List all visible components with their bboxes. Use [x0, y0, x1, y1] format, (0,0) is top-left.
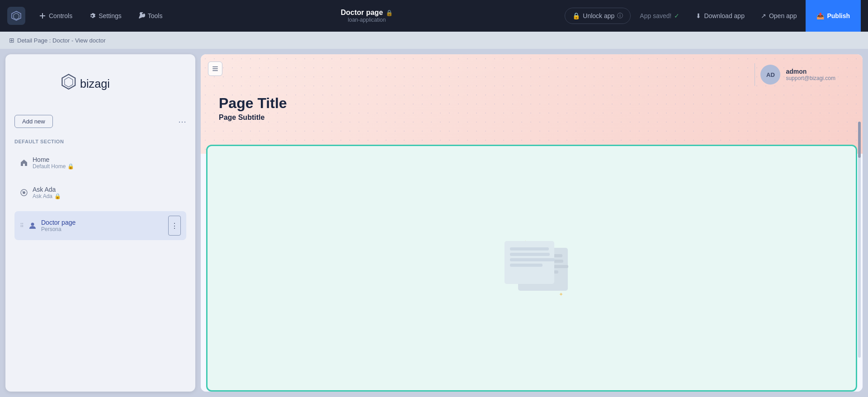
tools-icon: [138, 12, 145, 19]
canvas-page-title-area: Page Title Page Subtitle: [219, 95, 287, 122]
svg-rect-3: [40, 15, 45, 16]
download-icon: ⬇: [696, 12, 701, 19]
navbar-page-subtitle: loan-application: [348, 17, 386, 23]
main-area: bizagi Add new ⋯ DEFAULT SECTION Home De…: [0, 49, 868, 397]
askada-item-name: Ask Ada: [33, 186, 181, 193]
unlock-label: Unlock app: [583, 12, 614, 19]
controls-button[interactable]: Controls: [33, 9, 79, 23]
panel-toggle-icon: [212, 65, 219, 72]
navbar: Controls Settings Tools Doctor page 🔒 lo…: [0, 0, 868, 32]
settings-button[interactable]: Settings: [82, 9, 128, 23]
canvas-scrollbar[interactable]: [858, 122, 861, 358]
navbar-center: Doctor page 🔒 loan-application: [172, 9, 561, 23]
sidebar: bizagi Add new ⋯ DEFAULT SECTION Home De…: [5, 54, 195, 392]
ada-icon: [20, 189, 28, 197]
open-label: Open app: [769, 12, 797, 19]
more-options-button[interactable]: ⋯: [178, 117, 186, 127]
sidebar-item-home[interactable]: Home Default Home 🔒: [14, 151, 186, 174]
divider: [755, 63, 755, 86]
user-email: support@bizagi.com: [786, 75, 835, 81]
svg-marker-0: [12, 11, 21, 20]
user-avatar: AD: [760, 65, 780, 85]
svg-point-10: [31, 223, 34, 226]
add-new-button[interactable]: Add new: [14, 115, 53, 128]
lock-icon: 🔒: [386, 9, 393, 16]
lock-icon-unlock: 🔒: [572, 12, 580, 19]
bizagi-logo: bizagi: [60, 72, 141, 97]
info-icon: ⓘ: [617, 12, 623, 20]
publish-label: Publish: [827, 12, 850, 19]
lock-icon-home: 🔒: [67, 163, 74, 170]
breadcrumb: ⊞ Detail Page : Doctor - View doctor: [0, 32, 868, 49]
navbar-right: 🔒 Unlock app ⓘ App saved! ✓ ⬇ Download a…: [565, 0, 861, 32]
sparkle-bottom-right: ✦: [559, 291, 563, 298]
tools-label: Tools: [148, 12, 163, 19]
breadcrumb-text: Detail Page : Doctor - View doctor: [17, 37, 106, 44]
sidebar-item-askada[interactable]: Ask Ada Ask Ada 🔒: [14, 181, 186, 204]
item-context-menu[interactable]: ⋮: [168, 216, 181, 236]
doc-front: [505, 241, 554, 284]
app-saved-label: App saved!: [640, 12, 671, 19]
download-button[interactable]: ⬇ Download app: [689, 9, 752, 23]
canvas-main-subtitle: Page Subtitle: [219, 113, 287, 122]
svg-marker-1: [14, 13, 19, 19]
doc-illustration: ✦ ✦ ✦: [495, 239, 568, 298]
doc-front-line3: [510, 258, 555, 261]
controls-label: Controls: [49, 12, 72, 19]
breadcrumb-icon: ⊞: [9, 37, 14, 44]
lock-icon-ada: 🔒: [54, 193, 61, 199]
sidebar-item-doctorpage[interactable]: ⠿ Doctor page Persona ⋮: [14, 211, 186, 240]
logo: [7, 7, 25, 25]
home-item-name: Home: [33, 156, 181, 163]
publish-button[interactable]: 📤 Publish: [806, 0, 861, 32]
doctorpage-item-name: Doctor page: [41, 219, 164, 226]
add-new-label: Add new: [22, 118, 45, 125]
canvas-user-profile: AD admon support@bizagi.com: [755, 63, 835, 86]
app-saved-status: App saved! ✓: [632, 9, 687, 23]
home-icon: [20, 159, 28, 167]
svg-marker-5: [65, 77, 73, 87]
gear-icon: [89, 12, 96, 19]
navbar-page-title: Doctor page 🔒: [341, 9, 393, 17]
svg-rect-13: [212, 71, 218, 71]
unlock-button[interactable]: 🔒 Unlock app ⓘ: [565, 8, 631, 24]
doctor-page-icon: [28, 222, 37, 230]
section-label: DEFAULT SECTION: [14, 139, 186, 144]
publish-icon: 📤: [816, 12, 824, 19]
doctorpage-item-sub: Persona: [41, 226, 164, 232]
svg-rect-12: [212, 68, 218, 69]
check-icon: ✓: [674, 12, 679, 19]
tools-button[interactable]: Tools: [132, 9, 169, 23]
doc-front-line4: [510, 264, 542, 267]
open-app-button[interactable]: ↗ Open app: [754, 9, 804, 23]
canvas-scrollbar-thumb[interactable]: [858, 122, 861, 158]
svg-point-9: [22, 191, 23, 192]
app-canvas: AD admon support@bizagi.com Page Title P…: [201, 54, 863, 392]
sidebar-logo: bizagi: [14, 65, 186, 108]
svg-text:bizagi: bizagi: [80, 77, 110, 90]
settings-label: Settings: [99, 12, 122, 19]
external-link-icon: ↗: [761, 12, 766, 19]
canvas-area: AD admon support@bizagi.com Page Title P…: [201, 54, 863, 392]
doc-front-line1: [510, 247, 549, 250]
download-label: Download app: [704, 12, 745, 19]
sidebar-toolbar: Add new ⋯: [14, 115, 186, 128]
canvas-main-title: Page Title: [219, 95, 287, 112]
empty-state: ✦ ✦ ✦: [495, 239, 568, 298]
canvas-content-section: ✦ ✦ ✦: [206, 145, 857, 392]
askada-item-sub: Ask Ada 🔒: [33, 193, 181, 199]
canvas-sidebar-toggle[interactable]: [208, 61, 222, 76]
plus-icon: [39, 12, 46, 19]
doc-front-line2: [510, 253, 550, 256]
svg-point-8: [23, 191, 25, 194]
user-name: admon: [786, 68, 835, 75]
drag-handle[interactable]: ⠿: [20, 222, 24, 229]
home-item-sub: Default Home 🔒: [33, 163, 181, 170]
svg-rect-11: [212, 66, 218, 67]
